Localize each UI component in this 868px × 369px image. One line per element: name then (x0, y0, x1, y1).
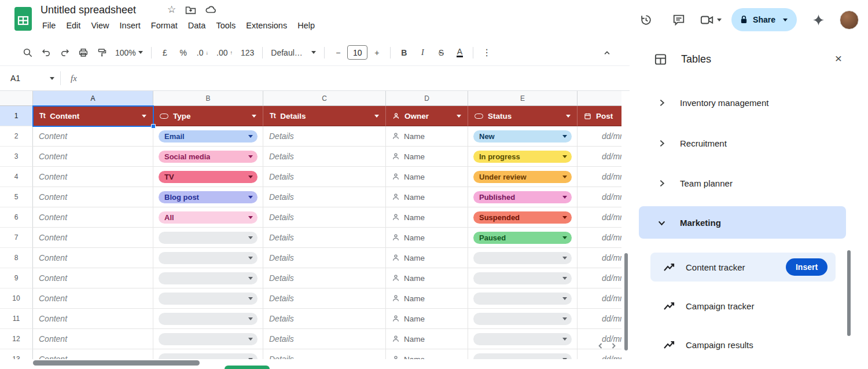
row-number[interactable]: 3 (0, 147, 33, 167)
menu-format[interactable]: Format (146, 19, 183, 32)
share-dropdown-icon[interactable] (783, 19, 788, 21)
menu-tools[interactable]: Tools (211, 19, 241, 32)
details-cell[interactable]: Details (263, 288, 386, 309)
content-cell[interactable]: Content (33, 329, 153, 349)
empty-dropdown-chip[interactable] (159, 272, 258, 284)
type-cell[interactable] (153, 329, 263, 349)
dropdown-chip[interactable]: Suspended (473, 211, 572, 224)
row-number[interactable]: 9 (0, 268, 33, 288)
type-cell[interactable] (153, 248, 263, 268)
owner-cell[interactable]: Name (386, 349, 468, 359)
panel-scrollbar[interactable] (847, 250, 851, 336)
sheets-logo-icon[interactable] (14, 7, 32, 31)
column-header-f[interactable] (578, 91, 621, 105)
content-cell[interactable]: Content (33, 268, 153, 288)
empty-dropdown-chip[interactable] (159, 313, 258, 325)
details-cell[interactable]: Details (263, 207, 386, 228)
type-cell[interactable]: All (153, 207, 263, 228)
type-cell[interactable]: TV (153, 167, 263, 187)
number-format-button[interactable]: 123 (238, 45, 256, 61)
status-cell[interactable] (468, 288, 578, 309)
menu-view[interactable]: View (86, 19, 114, 32)
header-cell-post-date[interactable]: Post date (578, 106, 621, 126)
menu-file[interactable]: File (37, 19, 61, 32)
content-cell[interactable]: Content (33, 207, 153, 228)
empty-dropdown-chip[interactable] (159, 293, 258, 305)
owner-cell[interactable]: Name (386, 268, 468, 288)
type-cell[interactable] (153, 288, 263, 309)
column-header-c[interactable]: C (263, 91, 386, 105)
search-icon[interactable] (20, 45, 35, 61)
owner-cell[interactable]: Name (386, 126, 468, 147)
horizontal-scrollbar[interactable] (33, 360, 200, 366)
dropdown-chip[interactable]: Under review (473, 171, 572, 183)
empty-dropdown-chip[interactable] (473, 313, 572, 325)
decrease-font-size-button[interactable]: − (330, 45, 345, 61)
details-cell[interactable]: Details (263, 268, 386, 288)
empty-dropdown-chip[interactable] (159, 353, 258, 360)
details-cell[interactable]: Details (263, 126, 386, 147)
content-cell[interactable]: Content (33, 228, 153, 248)
post-date-cell[interactable]: dd/mm/yyyy (578, 187, 621, 207)
details-cell[interactable]: Details (263, 329, 386, 349)
star-icon[interactable]: ☆ (167, 5, 176, 14)
currency-format-button[interactable]: £ (157, 45, 172, 61)
active-sheet-tab[interactable] (225, 366, 270, 369)
menu-insert[interactable]: Insert (115, 19, 146, 32)
menu-help[interactable]: Help (292, 19, 320, 32)
dropdown-chip[interactable]: Published (473, 191, 572, 203)
row-number[interactable]: 5 (0, 187, 33, 207)
increase-decimal-button[interactable]: .00↑ (214, 45, 235, 61)
details-cell[interactable]: Details (263, 248, 386, 268)
row-number[interactable]: 10 (0, 288, 33, 309)
content-cell[interactable]: Content (33, 167, 153, 187)
menu-data[interactable]: Data (183, 19, 211, 32)
content-cell[interactable]: Content (33, 288, 153, 309)
table-item-content-tracker[interactable]: Content tracker Insert (650, 253, 836, 282)
status-cell[interactable]: Paused (468, 228, 578, 248)
tables-group-recruitment[interactable]: Recruitment (639, 127, 846, 159)
share-button[interactable]: Share (731, 8, 797, 31)
chevron-down-icon[interactable] (50, 77, 54, 80)
strikethrough-button[interactable]: S (433, 45, 448, 61)
type-cell[interactable]: Blog post (153, 187, 263, 207)
version-history-icon[interactable] (634, 8, 657, 31)
header-cell-owner[interactable]: Owner (386, 106, 468, 126)
decrease-decimal-button[interactable]: .0↓ (194, 45, 211, 61)
increase-font-size-button[interactable]: + (369, 45, 384, 61)
row-number[interactable]: 1 (0, 106, 33, 126)
column-header-d[interactable]: D (386, 91, 468, 105)
document-title[interactable]: Untitled spreadsheet (41, 4, 136, 16)
font-dropdown[interactable]: Defaul… (269, 45, 318, 61)
select-all-corner[interactable] (0, 91, 33, 105)
post-date-cell[interactable]: dd/mm/yyyy (578, 207, 621, 228)
type-cell[interactable] (153, 309, 263, 329)
post-date-cell[interactable]: dd/mm/yyyy (578, 126, 621, 147)
empty-dropdown-chip[interactable] (473, 333, 572, 345)
zoom-dropdown[interactable]: 100% (113, 45, 145, 61)
dropdown-chip[interactable]: TV (159, 171, 258, 183)
post-date-cell[interactable]: dd/mm/yyyy (578, 309, 621, 329)
status-cell[interactable] (468, 329, 578, 349)
empty-dropdown-chip[interactable] (473, 252, 572, 264)
chevron-down-icon[interactable] (142, 115, 146, 118)
row-number[interactable]: 7 (0, 228, 33, 248)
post-date-cell[interactable]: dd/mm/yyyy (578, 248, 621, 268)
status-cell[interactable]: New (468, 126, 578, 147)
status-cell[interactable]: Under review (468, 167, 578, 187)
details-cell[interactable]: Details (263, 147, 386, 167)
name-box[interactable]: A1 (0, 74, 60, 83)
details-cell[interactable]: Details (263, 167, 386, 187)
scroll-left-icon[interactable] (597, 342, 604, 349)
row-number[interactable]: 4 (0, 167, 33, 187)
move-folder-icon[interactable] (185, 5, 196, 14)
content-cell[interactable]: Content (33, 147, 153, 167)
status-cell[interactable]: Published (468, 187, 578, 207)
header-cell-content[interactable]: Tt Content (33, 106, 153, 126)
status-cell[interactable] (468, 309, 578, 329)
dropdown-chip[interactable]: Blog post (159, 191, 258, 203)
post-date-cell[interactable]: dd/mm/yyyy (578, 147, 621, 167)
empty-dropdown-chip[interactable] (473, 293, 572, 305)
owner-cell[interactable]: Name (386, 288, 468, 309)
owner-cell[interactable]: Name (386, 329, 468, 349)
